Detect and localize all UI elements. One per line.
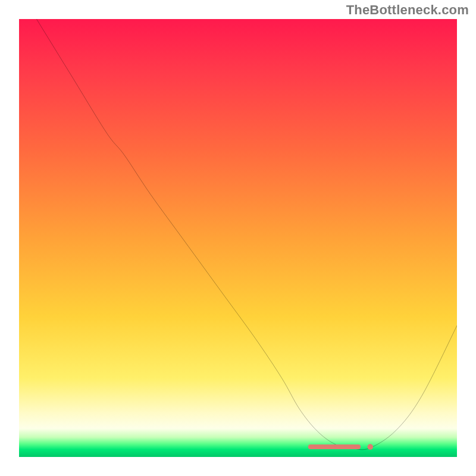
minimum-marker: [308, 444, 373, 450]
svg-point-1: [367, 444, 373, 450]
plot-area: [19, 19, 457, 457]
chart-stage: TheBottleneck.com: [0, 0, 476, 476]
marker-layer: [19, 19, 457, 457]
svg-rect-0: [308, 444, 361, 449]
watermark-text: TheBottleneck.com: [346, 2, 469, 18]
